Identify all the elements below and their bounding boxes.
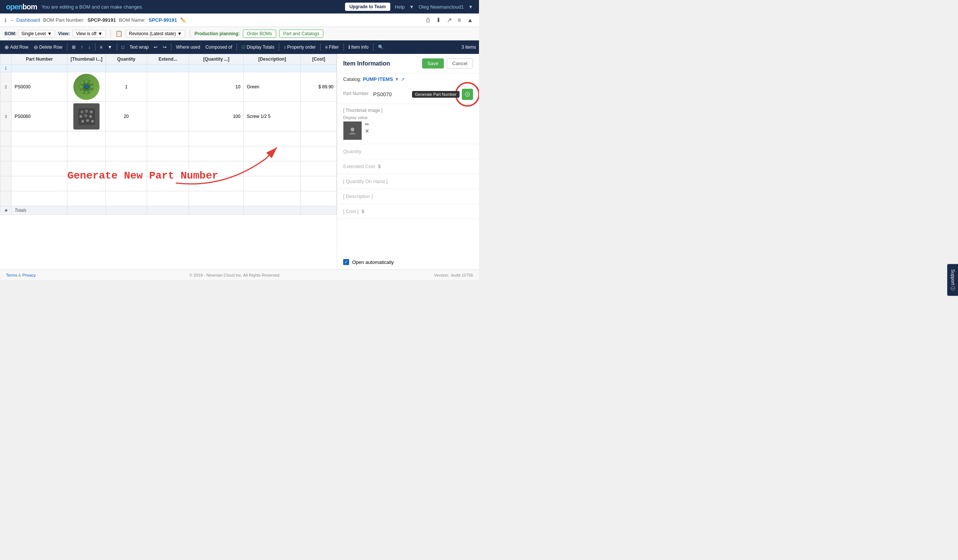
logo: openbom — [6, 3, 37, 11]
cost-cell[interactable]: $ 89.90 — [301, 72, 337, 102]
thumbnail-cell[interactable] — [67, 72, 106, 102]
edit-notice: You are editing a BOM and can make chang… — [41, 4, 143, 10]
view-selector[interactable]: View is off▼ — [73, 30, 106, 37]
minus-icon: ⊖ — [34, 44, 38, 50]
upgrade-button[interactable]: Upgrade to Team — [345, 3, 390, 11]
col-description[interactable]: [Description] — [244, 54, 301, 64]
table-row[interactable]: 2 PS0030 — [0, 72, 337, 102]
property-order-button[interactable]: ↕ Property order — [282, 44, 317, 51]
grid-view-button[interactable]: ⊞ — [70, 44, 77, 51]
order-boms-button[interactable]: Order BOMs — [243, 30, 276, 38]
sort-up-button[interactable]: ↑ — [79, 44, 84, 51]
totals-ext — [147, 206, 189, 215]
part-number-cell[interactable]: PS0060 — [12, 102, 67, 132]
bom-level-selector[interactable]: Single Level▼ — [18, 30, 55, 37]
undo-button[interactable]: ↩ — [152, 44, 159, 51]
qty2-cell[interactable] — [189, 64, 244, 72]
description-cell[interactable]: Screw 1/2 5 — [244, 102, 301, 132]
generate-part-number-button[interactable] — [462, 89, 473, 100]
extended-cost-field[interactable]: Extended Cost $ — [337, 159, 479, 174]
col-thumbnail[interactable]: [Thumbnail i...] — [67, 54, 106, 64]
extended-cell[interactable] — [147, 64, 189, 72]
col-quantity[interactable]: Quantity — [106, 54, 147, 64]
description-label: [ Description ] — [343, 194, 373, 199]
col-qty2[interactable]: [Quantity ...] — [189, 54, 244, 64]
collapse-icon[interactable]: ▲ — [466, 16, 474, 24]
svg-rect-4 — [86, 91, 87, 94]
list-view-button[interactable]: ≡ — [98, 44, 104, 51]
qty2-cell[interactable]: 100 — [189, 102, 244, 132]
part-number-label: Part Number — [343, 91, 369, 96]
quantity-field[interactable]: Quantity — [337, 144, 479, 159]
toolbar-bar: BOM: Single Level▼ View: View is off▼ 📋 … — [0, 27, 479, 40]
sort-down-button[interactable]: ↓ — [87, 44, 92, 51]
extended-cell[interactable] — [147, 102, 189, 132]
extended-cell[interactable] — [147, 72, 189, 102]
cancel-button[interactable]: Cancel — [447, 59, 473, 68]
thumbnail-cell[interactable] — [67, 102, 106, 132]
extended-cost-symbol: $ — [378, 163, 381, 169]
cost-cell[interactable] — [301, 102, 337, 132]
qty-on-hand-field[interactable]: [ Quantity On Hand ] — [337, 174, 479, 189]
catalog-name[interactable]: PUMP ITEMS — [363, 76, 393, 82]
bom-table: Part Number [Thumbnail i...] Quantity Ex… — [0, 54, 337, 215]
cost-cell[interactable] — [301, 64, 337, 72]
quantity-cell[interactable]: 1 — [106, 72, 147, 102]
composed-of-button[interactable]: Composed of — [204, 44, 233, 51]
text-wrap-button[interactable]: Text wrap — [128, 44, 150, 51]
catalog-prefix: Catalog: — [343, 76, 361, 82]
row-number: 1 — [0, 64, 12, 72]
table-row[interactable]: 1 — [0, 64, 337, 72]
print-icon[interactable]: ⎙ — [425, 16, 431, 24]
part-catalogs-button[interactable]: Part and Catalogs — [279, 30, 323, 38]
quantity-cell[interactable]: 20 — [106, 102, 147, 132]
search-icon[interactable]: 🔍 — [376, 44, 385, 51]
col-part-number[interactable]: Part Number — [12, 54, 67, 64]
download-icon[interactable]: ⬇ — [435, 16, 443, 24]
open-auto-checkbox[interactable]: ✓ — [343, 259, 349, 265]
more-options-icon[interactable]: ≡ — [456, 16, 463, 24]
qty2-cell[interactable]: 10 — [189, 72, 244, 102]
dashboard-link[interactable]: ← Dashboard — [10, 17, 40, 23]
add-row-button[interactable]: ⊕ Add Row — [3, 43, 30, 51]
save-button[interactable]: Save — [422, 59, 444, 68]
cost-label: [ Cost ] — [343, 208, 358, 214]
border-button[interactable]: □ — [120, 44, 126, 51]
table-row[interactable]: 3 PS0060 — [0, 102, 337, 132]
privacy-link[interactable]: Privacy — [22, 273, 36, 278]
col-extended[interactable]: Extend... — [147, 54, 189, 64]
part-number-cell[interactable] — [12, 64, 67, 72]
user-name: Oleg Newmancloud1 — [419, 4, 464, 10]
catalog-external-link-icon[interactable]: ↗ — [401, 77, 404, 82]
qty-on-hand-label: [ Quantity On Hand ] — [343, 179, 388, 184]
row-number: 3 — [0, 102, 12, 132]
thumbnail-cell[interactable] — [67, 64, 106, 72]
revisions-selector[interactable]: Revisions (Latest state)▼ — [126, 30, 185, 37]
display-totals-button[interactable]: ☑ Display Totals — [240, 44, 276, 51]
svg-point-19 — [81, 120, 84, 123]
display-value-label: Display value — [343, 115, 473, 120]
part-number-cell[interactable]: PS0030 — [12, 72, 67, 102]
empty-row — [0, 161, 337, 176]
filter-button[interactable]: ≡ Filter — [324, 44, 341, 51]
redo-button[interactable]: ↪ — [161, 44, 168, 51]
edit-bom-icon[interactable]: ✏️ — [180, 17, 186, 23]
dropdown-button[interactable]: ▼ — [106, 44, 114, 51]
totals-thumbnail — [67, 206, 106, 215]
edit-thumbnail-button[interactable]: ✏ — [365, 121, 370, 127]
quantity-cell[interactable] — [106, 64, 147, 72]
description-cell[interactable]: Green — [244, 72, 301, 102]
terms-link[interactable]: Terms — [6, 273, 17, 278]
totals-cost — [301, 206, 337, 215]
panel-header: Item Information Save Cancel — [337, 54, 479, 73]
where-used-button[interactable]: Where used — [174, 44, 202, 51]
help-button[interactable]: Help — [395, 4, 405, 10]
description-cell[interactable] — [244, 64, 301, 72]
delete-row-button[interactable]: ⊖ Delete Row — [32, 43, 64, 51]
delete-thumbnail-button[interactable]: ✕ — [365, 128, 370, 134]
cost-field[interactable]: [ Cost ] $ — [337, 204, 479, 219]
description-field[interactable]: [ Description ] — [337, 189, 479, 204]
share-icon[interactable]: ↗ — [445, 16, 453, 24]
item-info-button[interactable]: ℹ Item info — [347, 44, 370, 51]
col-cost[interactable]: [Cost] — [301, 54, 337, 64]
